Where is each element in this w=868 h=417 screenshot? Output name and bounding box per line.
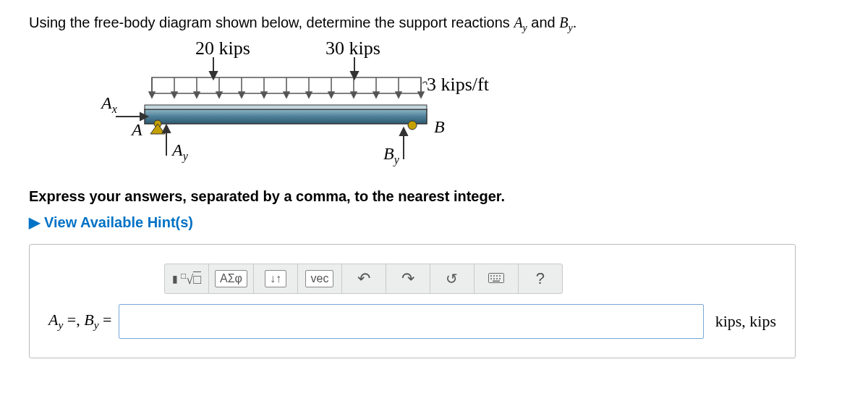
svg-marker-26: [418, 92, 424, 98]
svg-marker-12: [261, 92, 267, 98]
Ax-label: Ax: [100, 93, 117, 115]
svg-point-43: [490, 275, 492, 277]
svg-marker-24: [396, 92, 401, 98]
By-label: By: [383, 144, 400, 167]
subsup-button[interactable]: ↓↑: [254, 264, 298, 293]
equation-toolbar: ▮ □√□ ΑΣφ ↓↑ vec ↶ ↷ ↺: [164, 264, 563, 294]
svg-marker-6: [194, 92, 200, 98]
chevron-right-icon: ▶: [29, 214, 40, 231]
question-mid: and: [527, 14, 559, 30]
answer-panel: ▮ □√□ ΑΣφ ↓↑ vec ↶ ↷ ↺: [29, 244, 796, 358]
svg-point-46: [499, 275, 501, 277]
svg-point-45: [496, 275, 498, 277]
svg-marker-2: [149, 92, 155, 98]
reset-button[interactable]: ↺: [430, 264, 475, 293]
distload-label: 3 kips/ft: [427, 74, 490, 95]
reset-icon: ↺: [446, 270, 458, 287]
question-suffix: .: [573, 14, 577, 30]
svg-marker-4: [171, 92, 177, 98]
hints-label: View Available Hint(s): [44, 214, 193, 230]
undo-icon: ↶: [357, 269, 370, 288]
svg-point-48: [493, 278, 495, 279]
help-button[interactable]: ?: [519, 264, 562, 293]
var-Ay: Ay: [514, 14, 527, 30]
view-hints-toggle[interactable]: ▶View Available Hint(s): [29, 214, 839, 231]
B-label: B: [434, 117, 445, 136]
svg-rect-51: [493, 280, 500, 282]
answer-lhs: Ay =, By =: [48, 311, 111, 332]
svg-marker-10: [239, 92, 244, 98]
svg-point-47: [490, 278, 492, 279]
svg-marker-38: [163, 125, 170, 132]
svg-marker-14: [284, 92, 289, 98]
redo-button[interactable]: ↷: [386, 264, 430, 293]
svg-marker-20: [351, 92, 357, 98]
instruction-text: Express your answers, separated by a com…: [29, 188, 839, 205]
svg-point-44: [493, 275, 495, 277]
Ay-label: Ay: [171, 140, 189, 163]
templates-button[interactable]: ▮ □√□: [165, 264, 209, 293]
redo-icon: ↷: [401, 269, 414, 288]
help-icon: ?: [536, 269, 545, 288]
vec-label: vec: [305, 270, 333, 287]
answer-input[interactable]: [119, 304, 703, 339]
vec-button[interactable]: vec: [298, 264, 342, 293]
svg-marker-41: [400, 128, 407, 135]
svg-marker-18: [328, 92, 334, 98]
question-text: Using the free-body diagram shown below,…: [29, 14, 839, 34]
answer-units: kips, kips: [715, 312, 776, 331]
var-By: By: [559, 14, 572, 30]
templates-icon: ▮: [172, 273, 178, 285]
A-label: A: [130, 120, 142, 139]
svg-rect-31: [145, 109, 427, 124]
load2-label: 30 kips: [326, 40, 380, 59]
question-prefix: Using the free-body diagram shown below,…: [29, 14, 514, 30]
keyboard-button[interactable]: [475, 264, 519, 293]
load1-label: 20 kips: [195, 40, 250, 59]
svg-point-39: [408, 121, 417, 130]
keyboard-icon: [488, 271, 504, 287]
svg-point-49: [496, 278, 498, 279]
answer-row: Ay =, By = kips, kips: [48, 304, 776, 339]
svg-marker-22: [373, 92, 379, 98]
svg-marker-8: [216, 92, 222, 98]
undo-button[interactable]: ↶: [342, 264, 386, 293]
svg-marker-16: [306, 92, 312, 98]
svg-point-50: [499, 278, 501, 279]
greek-label: ΑΣφ: [215, 270, 247, 287]
free-body-diagram: 20 kips 30 kips 3 kips/ft: [72, 40, 839, 174]
svg-rect-32: [145, 105, 427, 109]
subsup-icon: ↓↑: [265, 270, 286, 287]
greek-button[interactable]: ΑΣφ: [209, 264, 254, 293]
